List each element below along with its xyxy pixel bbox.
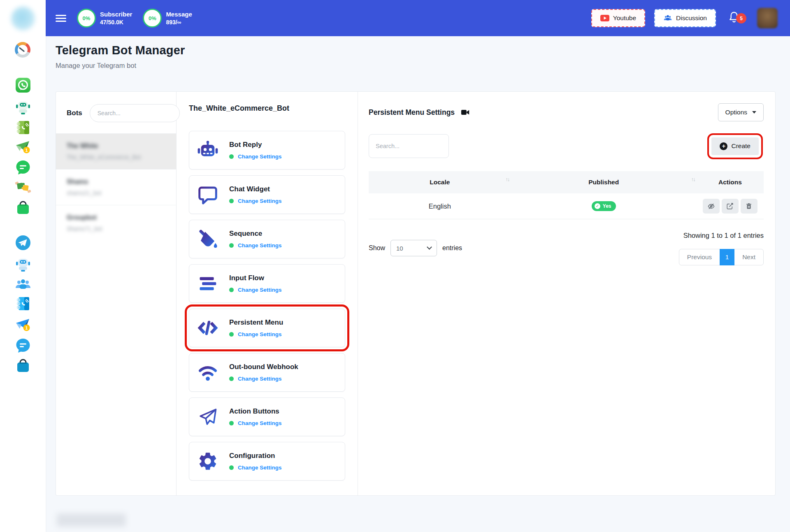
feature-name: Input Flow bbox=[229, 274, 282, 282]
whatsapp-bot-icon[interactable] bbox=[15, 99, 31, 115]
svg-text:1: 1 bbox=[25, 148, 28, 153]
user-avatar[interactable] bbox=[757, 8, 778, 28]
row-actions bbox=[700, 199, 760, 214]
feature-card-sequence[interactable]: Sequence Change Settings bbox=[189, 220, 345, 258]
page-size-select[interactable]: 10 bbox=[390, 240, 437, 256]
delete-button[interactable] bbox=[741, 199, 757, 214]
whatsapp-chat-icon[interactable] bbox=[15, 159, 31, 176]
change-settings-link[interactable]: Change Settings bbox=[238, 287, 282, 293]
feature-card-input-flow[interactable]: Input Flow Change Settings bbox=[189, 264, 345, 303]
bot-list-item[interactable]: The White The_White_eCommerce_Bot bbox=[56, 133, 176, 169]
whatsapp-contacts-icon[interactable] bbox=[15, 119, 31, 136]
trash-icon bbox=[745, 202, 753, 210]
input-flow-icon bbox=[197, 272, 219, 295]
video-tutorial-icon[interactable] bbox=[461, 108, 470, 117]
chevron-down-icon bbox=[427, 244, 432, 250]
menu-toggle-icon[interactable] bbox=[56, 13, 66, 23]
status-dot bbox=[229, 288, 234, 292]
change-settings-link[interactable]: Change Settings bbox=[238, 331, 282, 337]
bot-list-item[interactable]: Shams shams21_bot bbox=[56, 169, 176, 205]
bot-name: Groupbot bbox=[67, 214, 165, 221]
youtube-icon bbox=[600, 15, 609, 21]
telegram-icon[interactable] bbox=[15, 235, 31, 251]
hide-button[interactable] bbox=[703, 199, 720, 214]
whatsapp-integrations-icon[interactable] bbox=[15, 179, 31, 195]
feature-name: Out-bound Webhook bbox=[229, 363, 298, 371]
status-dot bbox=[229, 376, 234, 381]
column-header-actions: Actions bbox=[697, 171, 764, 193]
app-logo bbox=[11, 7, 35, 30]
bots-search-input[interactable] bbox=[90, 104, 180, 122]
edit-button[interactable] bbox=[722, 199, 739, 214]
message-value: 893/∞ bbox=[166, 19, 192, 26]
showing-entries-text: Showing 1 to 1 of 1 entries bbox=[683, 232, 764, 239]
telegram-broadcast-icon[interactable]: 1 bbox=[15, 317, 31, 333]
bot-manager-card: Bots The White The_White_eCommerce_Bot S… bbox=[56, 91, 776, 496]
sort-icon: ↑↓ bbox=[691, 176, 695, 182]
notifications-bell-icon[interactable]: 5 bbox=[727, 11, 741, 26]
locales-table: Locale ↑↓ Published ↑↓ Actions English bbox=[369, 171, 764, 219]
bots-panel: Bots The White The_White_eCommerce_Bot S… bbox=[56, 92, 177, 495]
telegram-chat-icon[interactable] bbox=[15, 337, 31, 354]
feature-card-chat-widget[interactable]: Chat Widget Change Settings bbox=[189, 175, 345, 214]
show-label: Show bbox=[369, 244, 385, 252]
telegram-groups-icon[interactable] bbox=[15, 276, 31, 293]
app-sidebar: 1 1 bbox=[0, 0, 46, 532]
message-stat: 0% Message 893/∞ bbox=[143, 9, 192, 28]
telegram-shop-icon[interactable] bbox=[15, 357, 31, 374]
settings-panel-title: Persistent Menu Settings bbox=[369, 108, 455, 117]
feature-card-action-buttons[interactable]: Action Buttons Change Settings bbox=[189, 397, 345, 436]
discussion-button[interactable]: Discussion bbox=[654, 9, 716, 27]
whatsapp-icon[interactable] bbox=[15, 77, 31, 93]
next-page-button[interactable]: Next bbox=[734, 249, 764, 265]
status-dot bbox=[229, 243, 234, 248]
status-dot bbox=[229, 199, 234, 203]
previous-page-button[interactable]: Previous bbox=[679, 249, 720, 265]
persistent-menu-settings-panel: Persistent Menu Settings Options + Creat… bbox=[358, 92, 775, 495]
column-header-published[interactable]: Published ↑↓ bbox=[511, 171, 697, 193]
locale-search-input[interactable] bbox=[369, 134, 449, 158]
create-button[interactable]: + Create bbox=[711, 137, 759, 155]
subscriber-label: Subscriber bbox=[100, 11, 132, 18]
sequence-icon bbox=[197, 228, 219, 250]
published-cell: ✓ Yes bbox=[511, 193, 697, 219]
telegram-contacts-icon[interactable] bbox=[15, 295, 31, 312]
check-circle-icon: ✓ bbox=[595, 203, 600, 209]
telegram-bot-icon[interactable] bbox=[15, 256, 31, 272]
published-badge: ✓ Yes bbox=[592, 201, 616, 211]
change-settings-link[interactable]: Change Settings bbox=[238, 376, 282, 382]
page-subtitle: Manage your Telegram bot bbox=[56, 62, 185, 70]
change-settings-link[interactable]: Change Settings bbox=[238, 420, 282, 426]
feature-name: Sequence bbox=[229, 230, 282, 238]
change-settings-link[interactable]: Change Settings bbox=[238, 198, 282, 204]
column-header-locale[interactable]: Locale ↑↓ bbox=[369, 171, 511, 193]
whatsapp-broadcast-icon[interactable]: 1 bbox=[15, 139, 31, 156]
subscriber-progress-ring: 0% bbox=[77, 9, 96, 28]
feature-card-persistent-menu[interactable]: Persistent Menu Change Settings bbox=[189, 309, 345, 347]
feature-card-bot-reply[interactable]: Bot Reply Change Settings bbox=[189, 131, 345, 170]
youtube-button[interactable]: Youtube bbox=[591, 9, 645, 27]
pagination: Previous 1 Next bbox=[679, 249, 764, 265]
bots-panel-title: Bots bbox=[67, 109, 82, 117]
change-settings-link[interactable]: Change Settings bbox=[238, 465, 282, 471]
bot-list-item[interactable]: Groupbot Shams71_bot bbox=[56, 205, 176, 241]
selected-bot-title: The_White_eCommerce_Bot bbox=[189, 104, 345, 113]
change-settings-link[interactable]: Change Settings bbox=[238, 153, 282, 160]
caret-down-icon bbox=[752, 111, 756, 114]
feature-card-outbound-webhook[interactable]: Out-bound Webhook Change Settings bbox=[189, 353, 345, 392]
feature-name: Persistent Menu bbox=[229, 318, 283, 327]
feature-name: Bot Reply bbox=[229, 141, 282, 149]
svg-text:1: 1 bbox=[25, 325, 28, 330]
page-title: Telegram Bot Manager bbox=[56, 44, 185, 57]
bot-username: Shams71_bot bbox=[67, 225, 165, 232]
feature-card-configuration[interactable]: Configuration Change Settings bbox=[189, 442, 345, 481]
bot-reply-icon bbox=[197, 139, 219, 161]
chat-widget-icon bbox=[197, 184, 219, 206]
change-settings-link[interactable]: Change Settings bbox=[238, 242, 282, 249]
dashboard-icon[interactable] bbox=[15, 42, 31, 58]
options-button[interactable]: Options bbox=[718, 103, 764, 121]
eye-slash-icon bbox=[707, 202, 715, 210]
page-1-button[interactable]: 1 bbox=[720, 249, 734, 265]
feature-name: Chat Widget bbox=[229, 185, 282, 193]
whatsapp-shop-icon[interactable] bbox=[15, 199, 31, 216]
